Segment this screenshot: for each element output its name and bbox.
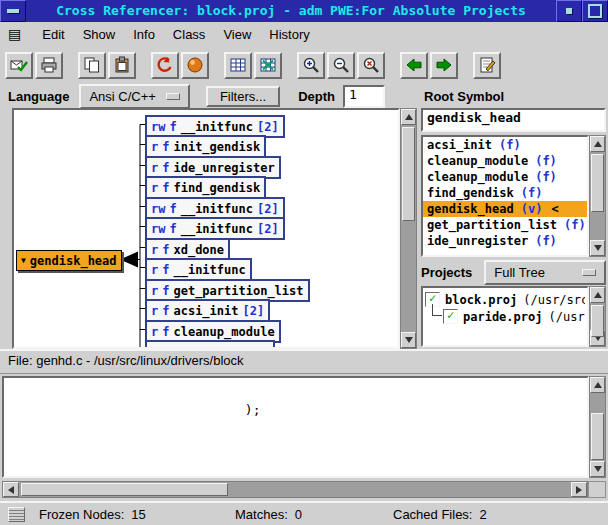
minimize-icon xyxy=(566,8,572,14)
projects-tree-mode-select[interactable]: Full Tree xyxy=(484,260,606,285)
scroll-thumb[interactable] xyxy=(591,413,604,460)
graph-vscrollbar[interactable] xyxy=(400,108,417,349)
scroll-thumb[interactable] xyxy=(402,127,415,221)
scroll-trough[interactable] xyxy=(401,125,416,332)
app-window: Cross Referencer: block.proj - adm PWE:F… xyxy=(0,0,608,525)
symbol-list-item[interactable]: get_partition_list(f) xyxy=(423,217,587,233)
scrollbar-corner xyxy=(588,481,606,498)
undo-button[interactable] xyxy=(151,52,179,79)
file-header-text: File: genhd.c - /usr/src/linux/drivers/b… xyxy=(8,353,244,368)
zoom-out-button[interactable] xyxy=(327,52,355,79)
tree-mode-value: Full Tree xyxy=(494,265,545,280)
sphere-icon xyxy=(186,56,204,74)
scroll-trough[interactable] xyxy=(590,152,605,240)
matches-status: Matches:0 xyxy=(235,507,393,522)
graph-node[interactable]: rfacsi_init[2] xyxy=(145,299,270,322)
table-clear-icon xyxy=(259,56,277,74)
graph-node[interactable]: rf__initfunc xyxy=(145,258,252,281)
language-select[interactable]: Ansi C/C++ xyxy=(79,84,189,109)
back-arrow-icon xyxy=(405,56,423,74)
projects-label: Projects xyxy=(421,265,472,280)
scroll-up-button[interactable] xyxy=(590,136,605,152)
symbol-list-vscrollbar[interactable] xyxy=(589,135,606,257)
scroll-down-button[interactable] xyxy=(590,240,605,256)
window-menu-button[interactable] xyxy=(0,0,26,22)
toolbar xyxy=(0,46,608,84)
projects-header: Projects Full Tree xyxy=(421,259,606,286)
scroll-trough[interactable] xyxy=(19,482,571,497)
source-view[interactable]: ); struct gendisk *gendisk_head = NULL; … xyxy=(2,376,589,478)
scroll-right-button[interactable] xyxy=(571,482,587,497)
back-button[interactable] xyxy=(400,52,428,79)
scroll-down-button[interactable] xyxy=(590,461,605,477)
maximize-button[interactable] xyxy=(582,0,608,22)
filters-button[interactable]: Filters... xyxy=(206,86,280,107)
window-menu-icon xyxy=(7,9,19,13)
minimize-button[interactable] xyxy=(556,0,582,22)
language-value: Ansi C/C++ xyxy=(89,89,155,104)
scroll-down-button[interactable] xyxy=(401,332,416,348)
window-title: Cross Referencer: block.proj - adm PWE:F… xyxy=(26,0,556,22)
projects-list-vscrollbar[interactable] xyxy=(589,286,606,347)
graph-node[interactable]: rwf__initfunc[2] xyxy=(145,217,285,240)
symbol-list-item[interactable]: find_gendisk(f) xyxy=(423,185,587,201)
root-symbol-input[interactable]: gendisk_head xyxy=(421,108,606,132)
menu-history[interactable]: History xyxy=(260,24,318,45)
depth-input[interactable]: 1 xyxy=(343,85,385,108)
option-menu-indicator xyxy=(166,93,180,100)
menu-info[interactable]: Info xyxy=(124,24,164,45)
graph-node-clipped[interactable] xyxy=(145,340,275,349)
file-header: File: genhd.c - /usr/src/linux/drivers/b… xyxy=(0,349,608,374)
crossref-graph[interactable]: ▼ gendisk_head rwf__initfunc[2] rfinit_g… xyxy=(12,108,400,349)
scroll-left-button[interactable] xyxy=(3,482,19,497)
mail-check-button[interactable] xyxy=(5,52,33,79)
reload-sphere-button[interactable] xyxy=(181,52,209,79)
symbol-list-item[interactable]: cleanup_module(f) xyxy=(423,153,587,169)
graph-node[interactable]: rfinit_gendisk xyxy=(145,135,266,158)
scroll-thumb[interactable] xyxy=(21,483,228,496)
menu-edit[interactable]: Edit xyxy=(33,24,73,45)
matches-value: 0 xyxy=(295,507,302,522)
scroll-trough[interactable] xyxy=(590,303,605,330)
table-button[interactable] xyxy=(224,52,252,79)
code-hscrollbar[interactable] xyxy=(2,481,588,498)
edit-note-button[interactable] xyxy=(473,52,501,79)
zoom-in-button[interactable] xyxy=(297,52,325,79)
scroll-trough[interactable] xyxy=(590,393,605,461)
scroll-thumb[interactable] xyxy=(591,305,604,337)
scroll-up-button[interactable] xyxy=(590,287,605,303)
scroll-up-button[interactable] xyxy=(401,109,416,125)
zoom-out-icon xyxy=(332,56,350,74)
code-vscrollbar[interactable] xyxy=(589,376,606,478)
printer-icon xyxy=(40,56,58,74)
project-item[interactable]: ✓ paride.proj (/usr/src xyxy=(425,308,585,325)
symbol-list[interactable]: acsi_init(f) cleanup_module(f) cleanup_m… xyxy=(421,135,589,257)
forward-button[interactable] xyxy=(430,52,458,79)
graph-node[interactable]: rffind_gendisk xyxy=(145,176,266,199)
menu-view[interactable]: View xyxy=(214,24,260,45)
code-container: ); struct gendisk *gendisk_head = NULL; … xyxy=(0,376,608,478)
graph-root-node[interactable]: ▼ gendisk_head xyxy=(16,250,122,271)
symbol-list-item[interactable]: ide_unregister(f) xyxy=(423,233,587,249)
zoom-cancel-button[interactable] xyxy=(357,52,385,79)
language-label: Language xyxy=(8,89,69,104)
projects-list[interactable]: ✓ block.proj (/usr/src/li ✓ paride.proj … xyxy=(421,286,589,347)
symbol-list-item-selected[interactable]: gendisk_head(v)< xyxy=(423,201,587,217)
symbol-list-item[interactable]: acsi_init(f) xyxy=(423,137,587,153)
left-arrow-icon xyxy=(8,486,14,494)
menu-show[interactable]: Show xyxy=(74,24,125,45)
scroll-thumb[interactable] xyxy=(591,154,604,212)
print-button[interactable] xyxy=(35,52,63,79)
code-line xyxy=(10,450,581,466)
table-clear-button[interactable] xyxy=(254,52,282,79)
scroll-up-button[interactable] xyxy=(590,377,605,393)
symbol-list-item[interactable]: cleanup_module(f) xyxy=(423,169,587,185)
project-checkbox[interactable]: ✓ xyxy=(443,309,458,324)
menu-class[interactable]: Class xyxy=(164,24,215,45)
copy-button[interactable] xyxy=(78,52,106,79)
undo-icon xyxy=(156,56,174,74)
selection-marker: < xyxy=(551,202,558,216)
project-item[interactable]: ✓ block.proj (/usr/src/li xyxy=(425,291,585,308)
titlebar[interactable]: Cross Referencer: block.proj - adm PWE:F… xyxy=(0,0,608,22)
paste-button[interactable] xyxy=(108,52,136,79)
